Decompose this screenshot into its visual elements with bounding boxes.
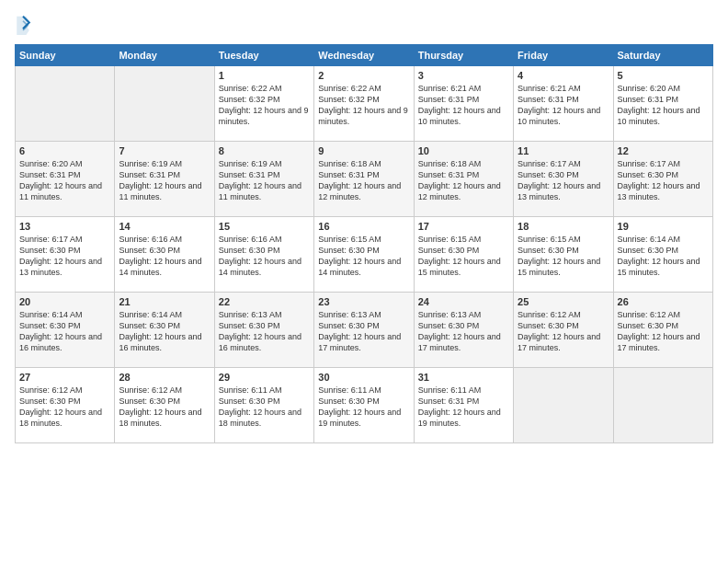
cell-content: Sunrise: 6:16 AMSunset: 6:30 PMDaylight:… [219, 234, 310, 279]
calendar-cell [613, 368, 712, 443]
calendar-cell: 6Sunrise: 6:20 AMSunset: 6:31 PMDaylight… [16, 142, 115, 217]
calendar-cell [115, 66, 214, 142]
week-row-3: 13Sunrise: 6:17 AMSunset: 6:30 PMDayligh… [16, 217, 713, 293]
cell-content: Sunrise: 6:16 AMSunset: 6:30 PMDaylight:… [119, 234, 210, 279]
day-number: 28 [119, 372, 210, 383]
header-row: SundayMondayTuesdayWednesdayThursdayFrid… [16, 45, 713, 66]
day-number: 17 [418, 221, 509, 232]
calendar-cell: 26Sunrise: 6:12 AMSunset: 6:30 PMDayligh… [613, 293, 712, 368]
cell-content: Sunrise: 6:13 AMSunset: 6:30 PMDaylight:… [418, 309, 509, 354]
day-header-wednesday: Wednesday [314, 45, 414, 66]
day-number: 8 [219, 145, 310, 156]
calendar-cell: 16Sunrise: 6:15 AMSunset: 6:30 PMDayligh… [314, 217, 414, 293]
day-number: 1 [219, 70, 310, 81]
day-number: 31 [418, 372, 509, 383]
cell-content: Sunrise: 6:11 AMSunset: 6:31 PMDaylight:… [418, 385, 509, 430]
day-number: 2 [318, 70, 409, 81]
calendar-cell: 28Sunrise: 6:12 AMSunset: 6:30 PMDayligh… [115, 368, 214, 443]
calendar-cell: 4Sunrise: 6:21 AMSunset: 6:31 PMDaylight… [514, 66, 613, 142]
day-header-tuesday: Tuesday [214, 45, 313, 66]
day-number: 6 [19, 145, 110, 156]
cell-content: Sunrise: 6:21 AMSunset: 6:31 PMDaylight:… [418, 83, 509, 128]
cell-content: Sunrise: 6:11 AMSunset: 6:30 PMDaylight:… [318, 385, 409, 430]
calendar-cell: 14Sunrise: 6:16 AMSunset: 6:30 PMDayligh… [115, 217, 214, 293]
cell-content: Sunrise: 6:17 AMSunset: 6:30 PMDaylight:… [518, 158, 609, 203]
day-number: 12 [618, 145, 709, 156]
cell-content: Sunrise: 6:12 AMSunset: 6:30 PMDaylight:… [518, 309, 609, 354]
calendar-cell: 15Sunrise: 6:16 AMSunset: 6:30 PMDayligh… [214, 217, 313, 293]
day-number: 21 [119, 296, 210, 307]
day-header-thursday: Thursday [414, 45, 513, 66]
cell-content: Sunrise: 6:15 AMSunset: 6:30 PMDaylight:… [318, 234, 409, 279]
calendar-cell: 23Sunrise: 6:13 AMSunset: 6:30 PMDayligh… [314, 293, 414, 368]
day-number: 5 [618, 70, 709, 81]
day-number: 24 [418, 296, 509, 307]
cell-content: Sunrise: 6:15 AMSunset: 6:30 PMDaylight:… [418, 234, 509, 279]
day-number: 9 [318, 145, 409, 156]
calendar-cell: 24Sunrise: 6:13 AMSunset: 6:30 PMDayligh… [414, 293, 513, 368]
header [15, 15, 713, 35]
calendar-cell: 21Sunrise: 6:14 AMSunset: 6:30 PMDayligh… [115, 293, 214, 368]
cell-content: Sunrise: 6:13 AMSunset: 6:30 PMDaylight:… [318, 309, 409, 354]
cell-content: Sunrise: 6:17 AMSunset: 6:30 PMDaylight:… [618, 158, 709, 203]
day-number: 19 [618, 221, 709, 232]
cell-content: Sunrise: 6:18 AMSunset: 6:31 PMDaylight:… [318, 158, 409, 203]
logo [15, 15, 35, 35]
cell-content: Sunrise: 6:22 AMSunset: 6:32 PMDaylight:… [219, 83, 310, 128]
cell-content: Sunrise: 6:15 AMSunset: 6:30 PMDaylight:… [518, 234, 609, 279]
week-row-5: 27Sunrise: 6:12 AMSunset: 6:30 PMDayligh… [16, 368, 713, 443]
day-header-friday: Friday [514, 45, 613, 66]
cell-content: Sunrise: 6:20 AMSunset: 6:31 PMDaylight:… [19, 158, 110, 203]
calendar-cell: 29Sunrise: 6:11 AMSunset: 6:30 PMDayligh… [214, 368, 313, 443]
day-header-sunday: Sunday [16, 45, 115, 66]
cell-content: Sunrise: 6:14 AMSunset: 6:30 PMDaylight:… [119, 309, 210, 354]
day-number: 13 [19, 221, 110, 232]
calendar-cell: 12Sunrise: 6:17 AMSunset: 6:30 PMDayligh… [613, 142, 712, 217]
calendar-cell [514, 368, 613, 443]
day-number: 30 [318, 372, 409, 383]
calendar-cell: 25Sunrise: 6:12 AMSunset: 6:30 PMDayligh… [514, 293, 613, 368]
week-row-2: 6Sunrise: 6:20 AMSunset: 6:31 PMDaylight… [16, 142, 713, 217]
day-number: 3 [418, 70, 509, 81]
calendar-cell: 2Sunrise: 6:22 AMSunset: 6:32 PMDaylight… [314, 66, 414, 142]
calendar-cell: 19Sunrise: 6:14 AMSunset: 6:30 PMDayligh… [613, 217, 712, 293]
cell-content: Sunrise: 6:12 AMSunset: 6:30 PMDaylight:… [119, 385, 210, 430]
day-number: 14 [119, 221, 210, 232]
day-number: 29 [219, 372, 310, 383]
day-number: 4 [518, 70, 609, 81]
day-header-monday: Monday [115, 45, 214, 66]
calendar-cell: 22Sunrise: 6:13 AMSunset: 6:30 PMDayligh… [214, 293, 313, 368]
calendar-cell: 27Sunrise: 6:12 AMSunset: 6:30 PMDayligh… [16, 368, 115, 443]
cell-content: Sunrise: 6:18 AMSunset: 6:31 PMDaylight:… [418, 158, 509, 203]
calendar-cell: 20Sunrise: 6:14 AMSunset: 6:30 PMDayligh… [16, 293, 115, 368]
day-number: 7 [119, 145, 210, 156]
calendar-cell: 8Sunrise: 6:19 AMSunset: 6:31 PMDaylight… [214, 142, 313, 217]
cell-content: Sunrise: 6:17 AMSunset: 6:30 PMDaylight:… [19, 234, 110, 279]
day-number: 18 [518, 221, 609, 232]
day-number: 23 [318, 296, 409, 307]
cell-content: Sunrise: 6:21 AMSunset: 6:31 PMDaylight:… [518, 83, 609, 128]
day-number: 27 [19, 372, 110, 383]
calendar-cell: 13Sunrise: 6:17 AMSunset: 6:30 PMDayligh… [16, 217, 115, 293]
calendar-cell: 17Sunrise: 6:15 AMSunset: 6:30 PMDayligh… [414, 217, 513, 293]
day-number: 10 [418, 145, 509, 156]
day-number: 25 [518, 296, 609, 307]
calendar-cell: 3Sunrise: 6:21 AMSunset: 6:31 PMDaylight… [414, 66, 513, 142]
day-number: 11 [518, 145, 609, 156]
day-number: 15 [219, 221, 310, 232]
calendar-table: SundayMondayTuesdayWednesdayThursdayFrid… [15, 44, 713, 443]
calendar-cell: 31Sunrise: 6:11 AMSunset: 6:31 PMDayligh… [414, 368, 513, 443]
calendar-cell: 30Sunrise: 6:11 AMSunset: 6:30 PMDayligh… [314, 368, 414, 443]
day-number: 22 [219, 296, 310, 307]
cell-content: Sunrise: 6:22 AMSunset: 6:32 PMDaylight:… [318, 83, 409, 128]
calendar-cell: 10Sunrise: 6:18 AMSunset: 6:31 PMDayligh… [414, 142, 513, 217]
calendar-cell: 5Sunrise: 6:20 AMSunset: 6:31 PMDaylight… [613, 66, 712, 142]
day-header-saturday: Saturday [613, 45, 712, 66]
calendar-cell [16, 66, 115, 142]
cell-content: Sunrise: 6:14 AMSunset: 6:30 PMDaylight:… [618, 234, 709, 279]
cell-content: Sunrise: 6:13 AMSunset: 6:30 PMDaylight:… [219, 309, 310, 354]
cell-content: Sunrise: 6:12 AMSunset: 6:30 PMDaylight:… [618, 309, 709, 354]
day-number: 20 [19, 296, 110, 307]
cell-content: Sunrise: 6:14 AMSunset: 6:30 PMDaylight:… [19, 309, 110, 354]
week-row-1: 1Sunrise: 6:22 AMSunset: 6:32 PMDaylight… [16, 66, 713, 142]
